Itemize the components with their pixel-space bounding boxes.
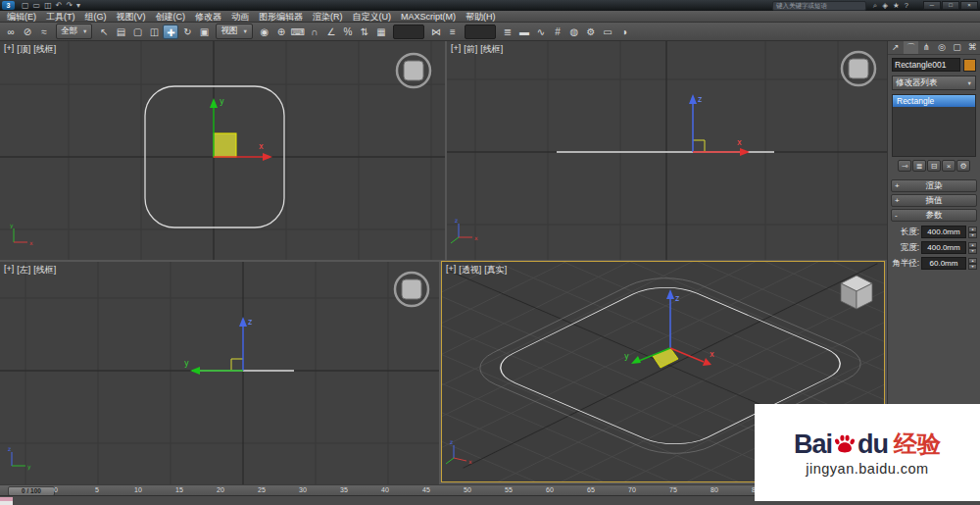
angle-snap-icon[interactable]: ∠ <box>323 25 339 39</box>
reference-coordinate-dropdown[interactable]: 视图 ▼ <box>216 24 252 39</box>
viewport-menu-view[interactable]: [透视] <box>459 264 481 277</box>
move-gizmo[interactable]: z y <box>184 317 252 375</box>
menu-tools[interactable]: 工具(T) <box>41 11 80 23</box>
render-production-icon[interactable]: ◑ <box>616 25 632 39</box>
selection-region-icon[interactable]: ▢ <box>129 25 145 39</box>
keyboard-override-icon[interactable]: ⌨ <box>290 25 306 39</box>
width-spinner[interactable]: ▴ ▾ <box>968 242 977 253</box>
tab-motion[interactable]: ◎ <box>934 41 950 54</box>
close-button[interactable]: × <box>960 1 978 10</box>
select-and-link-icon[interactable]: ∞ <box>3 25 19 39</box>
favorites-icon[interactable]: ★ <box>893 0 900 11</box>
spinner-down-icon[interactable]: ▾ <box>968 232 977 238</box>
viewport-front-canvas[interactable]: z x z x <box>447 41 887 260</box>
viewport-menu-shading[interactable]: [线框] <box>33 43 56 56</box>
width-field[interactable]: 400.0mm <box>921 241 966 254</box>
viewport-menu-shading[interactable]: [真实] <box>484 264 507 277</box>
menu-create[interactable]: 创建(C) <box>151 11 191 23</box>
length-spinner[interactable]: ▴ ▾ <box>968 227 977 237</box>
viewport-left-canvas[interactable]: z y z y <box>0 262 439 484</box>
menu-graph-editors[interactable]: 图形编辑器 <box>254 11 308 23</box>
select-by-name-icon[interactable]: ▤ <box>113 25 128 39</box>
modifier-list-dropdown[interactable]: 修改器列表 ▼ <box>892 76 976 90</box>
tab-display[interactable]: ▢ <box>950 41 965 54</box>
spinner-down-icon[interactable]: ▾ <box>968 248 977 254</box>
object-color-swatch[interactable] <box>963 59 976 72</box>
rollout-parameters[interactable]: - 参数 <box>891 209 977 222</box>
redo-icon[interactable]: ↷ <box>66 0 73 11</box>
bind-to-space-warp-icon[interactable]: ≈ <box>36 25 52 39</box>
tab-modify[interactable]: ⌒ <box>904 41 919 54</box>
tab-hierarchy[interactable]: ⋔ <box>918 41 934 54</box>
stack-item-rectangle[interactable]: Rectangle <box>893 95 975 107</box>
viewcube[interactable] <box>395 273 428 306</box>
make-unique-icon[interactable]: ⊟ <box>927 160 941 172</box>
application-button[interactable]: 3 <box>2 1 15 10</box>
search-icon[interactable]: ⌕ <box>873 0 877 11</box>
tab-utilities[interactable]: ⌘ <box>964 41 980 54</box>
menu-rendering[interactable]: 渲染(R) <box>308 11 348 23</box>
selection-filter-dropdown[interactable]: 全部 ▼ <box>56 24 92 39</box>
viewport-left[interactable]: z y z y [+] [左] [线框] <box>0 262 439 484</box>
menu-group[interactable]: 组(G) <box>80 11 112 23</box>
rollout-rendering[interactable]: + 渲染 <box>891 179 977 192</box>
rendered-frame-icon[interactable]: ▭ <box>600 25 615 39</box>
curve-editor-icon[interactable]: ∿ <box>533 25 549 39</box>
use-pivot-center-icon[interactable]: ◉ <box>257 25 272 39</box>
move-gizmo[interactable]: y x <box>210 97 272 161</box>
menu-help[interactable]: 帮助(H) <box>461 11 501 23</box>
viewcube[interactable] <box>841 276 872 309</box>
viewport-menu-view[interactable]: [前] <box>464 43 477 56</box>
show-end-result-icon[interactable]: ≣ <box>912 160 926 172</box>
menu-edit[interactable]: 编辑(E) <box>2 11 41 23</box>
undo-icon[interactable]: ↶ <box>56 0 63 11</box>
spinner-snap-icon[interactable]: ⇅ <box>357 25 372 39</box>
menu-maxscript[interactable]: MAXScript(M) <box>396 11 461 23</box>
maxscript-mini-listener-input[interactable] <box>0 501 13 505</box>
help-icon[interactable]: ? <box>905 0 908 11</box>
viewport-menu-plus[interactable]: [+] <box>451 43 461 56</box>
configure-modifier-sets-icon[interactable]: ⚙ <box>956 160 970 172</box>
open-file-icon[interactable]: ▭ <box>33 0 41 11</box>
graphite-ribbon-icon[interactable]: ▬ <box>516 25 532 39</box>
communication-center-icon[interactable]: ◈ <box>882 0 888 11</box>
menu-customize[interactable]: 自定义(U) <box>348 11 397 23</box>
layer-manager-icon[interactable]: ≣ <box>500 25 515 39</box>
unlink-selection-icon[interactable]: ⊘ <box>20 25 35 39</box>
select-and-scale-icon[interactable]: ▣ <box>196 25 212 39</box>
select-and-move-icon[interactable]: ✚ <box>163 25 178 39</box>
viewport-front[interactable]: z x z x [+] [前] [线框] <box>447 41 887 260</box>
pin-stack-icon[interactable]: ⊸ <box>898 160 911 172</box>
workspaces-dropdown-icon[interactable]: ▾ <box>76 0 80 11</box>
object-name-field[interactable]: Rectangle001 <box>892 58 960 72</box>
named-selection-combo[interactable] <box>393 25 424 39</box>
viewport-menu-view[interactable]: [顶] <box>17 43 30 56</box>
modifier-stack[interactable]: Rectangle <box>892 94 976 157</box>
move-gizmo[interactable]: z x <box>689 94 750 156</box>
mirror-icon[interactable]: ⋈ <box>428 25 444 39</box>
select-and-manipulate-icon[interactable]: ⊕ <box>273 25 289 39</box>
schematic-view-icon[interactable]: # <box>550 25 565 39</box>
select-and-rotate-icon[interactable]: ↻ <box>179 25 195 39</box>
length-field[interactable]: 400.0mm <box>921 226 966 238</box>
minimize-button[interactable]: ─ <box>923 1 941 10</box>
viewport-top-canvas[interactable]: y x y x <box>0 41 445 260</box>
maximize-button[interactable]: □ <box>942 1 959 10</box>
viewcube[interactable] <box>397 54 430 87</box>
edit-named-selection-sets-icon[interactable]: ▦ <box>373 25 389 39</box>
viewport-menu-plus[interactable]: [+] <box>4 264 14 277</box>
material-editor-icon[interactable]: ◍ <box>566 25 582 39</box>
move-gizmo[interactable]: z y x <box>624 289 714 368</box>
viewport-menu-shading[interactable]: [线框] <box>480 43 503 56</box>
viewport-menu-shading[interactable]: [线框] <box>33 264 56 277</box>
menu-views[interactable]: 视图(V) <box>112 11 151 23</box>
spinner-down-icon[interactable]: ▾ <box>968 264 977 270</box>
rollout-interpolation[interactable]: + 插值 <box>891 194 977 207</box>
viewport-top[interactable]: y x y x [+] [顶] [线框] <box>0 41 445 260</box>
select-object-icon[interactable]: ↖ <box>96 25 112 39</box>
corner-radius-spinner[interactable]: ▴ ▾ <box>968 258 977 269</box>
menu-animation[interactable]: 动画 <box>226 11 254 23</box>
percent-snap-icon[interactable]: % <box>340 25 356 39</box>
window-crossing-icon[interactable]: ◫ <box>146 25 162 39</box>
snaps-toggle-icon[interactable]: ∩ <box>307 25 322 39</box>
